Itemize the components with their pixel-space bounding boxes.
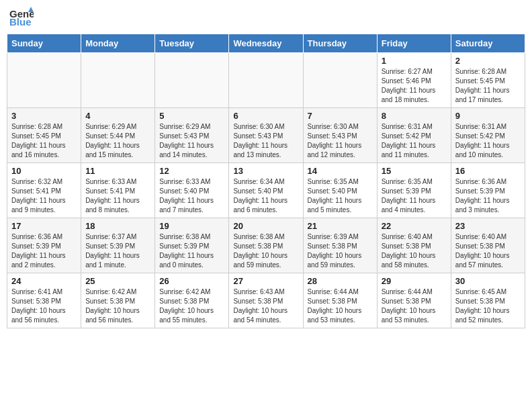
day-info: Sunrise: 6:28 AM Sunset: 5:45 PM Dayligh… (11, 122, 77, 160)
week-row-0: 1Sunrise: 6:27 AM Sunset: 5:46 PM Daylig… (7, 53, 525, 108)
day-info: Sunrise: 6:42 AM Sunset: 5:38 PM Dayligh… (85, 287, 150, 325)
day-info: Sunrise: 6:35 AM Sunset: 5:40 PM Dayligh… (308, 177, 373, 215)
day-header-friday: Friday (377, 34, 451, 53)
day-info: Sunrise: 6:44 AM Sunset: 5:38 PM Dayligh… (308, 287, 373, 325)
day-number: 12 (159, 166, 224, 176)
calendar-cell: 29Sunrise: 6:44 AM Sunset: 5:38 PM Dayli… (377, 273, 451, 328)
calendar-cell (155, 53, 229, 108)
week-row-2: 10Sunrise: 6:32 AM Sunset: 5:41 PM Dayli… (7, 163, 525, 218)
calendar-cell (7, 53, 81, 108)
calendar-cell (229, 53, 303, 108)
day-info: Sunrise: 6:31 AM Sunset: 5:42 PM Dayligh… (455, 122, 521, 160)
day-number: 28 (308, 276, 373, 286)
calendar-cell: 8Sunrise: 6:31 AM Sunset: 5:42 PM Daylig… (377, 108, 451, 163)
day-number: 14 (308, 166, 373, 176)
day-number: 3 (11, 111, 77, 121)
calendar-cell: 28Sunrise: 6:44 AM Sunset: 5:38 PM Dayli… (303, 273, 377, 328)
day-info: Sunrise: 6:38 AM Sunset: 5:38 PM Dayligh… (233, 232, 298, 270)
day-info: Sunrise: 6:41 AM Sunset: 5:38 PM Dayligh… (11, 287, 77, 325)
calendar-cell: 19Sunrise: 6:38 AM Sunset: 5:39 PM Dayli… (155, 218, 229, 273)
day-number: 30 (455, 276, 521, 286)
calendar-cell: 25Sunrise: 6:42 AM Sunset: 5:38 PM Dayli… (81, 273, 155, 328)
day-info: Sunrise: 6:44 AM Sunset: 5:38 PM Dayligh… (382, 287, 447, 325)
calendar-cell: 26Sunrise: 6:42 AM Sunset: 5:38 PM Dayli… (155, 273, 229, 328)
calendar-cell: 22Sunrise: 6:40 AM Sunset: 5:38 PM Dayli… (377, 218, 451, 273)
calendar-cell: 1Sunrise: 6:27 AM Sunset: 5:46 PM Daylig… (377, 53, 451, 108)
day-number: 6 (233, 111, 298, 121)
day-number: 26 (159, 276, 224, 286)
calendar-cell: 4Sunrise: 6:29 AM Sunset: 5:44 PM Daylig… (81, 108, 155, 163)
calendar-cell: 13Sunrise: 6:34 AM Sunset: 5:40 PM Dayli… (229, 163, 303, 218)
logo-icon: General Blue (9, 7, 34, 28)
day-number: 18 (85, 221, 150, 231)
calendar-cell: 11Sunrise: 6:33 AM Sunset: 5:41 PM Dayli… (81, 163, 155, 218)
day-number: 8 (382, 111, 447, 121)
day-info: Sunrise: 6:42 AM Sunset: 5:38 PM Dayligh… (159, 287, 224, 325)
calendar-cell: 23Sunrise: 6:40 AM Sunset: 5:38 PM Dayli… (451, 218, 525, 273)
calendar-cell: 27Sunrise: 6:43 AM Sunset: 5:38 PM Dayli… (229, 273, 303, 328)
day-number: 2 (455, 56, 521, 66)
calendar-cell: 16Sunrise: 6:36 AM Sunset: 5:39 PM Dayli… (451, 163, 525, 218)
svg-text:Blue: Blue (9, 16, 32, 26)
calendar-body: 1Sunrise: 6:27 AM Sunset: 5:46 PM Daylig… (7, 53, 525, 328)
calendar-cell: 10Sunrise: 6:32 AM Sunset: 5:41 PM Dayli… (7, 163, 81, 218)
day-info: Sunrise: 6:31 AM Sunset: 5:42 PM Dayligh… (382, 122, 447, 160)
day-number: 25 (85, 276, 150, 286)
day-number: 22 (382, 221, 447, 231)
day-number: 27 (233, 276, 298, 286)
day-info: Sunrise: 6:34 AM Sunset: 5:40 PM Dayligh… (233, 177, 298, 215)
day-number: 24 (11, 276, 77, 286)
day-number: 4 (85, 111, 150, 121)
day-header-saturday: Saturday (451, 34, 525, 53)
calendar-cell: 2Sunrise: 6:28 AM Sunset: 5:45 PM Daylig… (451, 53, 525, 108)
calendar-cell: 21Sunrise: 6:39 AM Sunset: 5:38 PM Dayli… (303, 218, 377, 273)
calendar-cell: 3Sunrise: 6:28 AM Sunset: 5:45 PM Daylig… (7, 108, 81, 163)
day-header-thursday: Thursday (303, 34, 377, 53)
day-number: 20 (233, 221, 298, 231)
day-info: Sunrise: 6:40 AM Sunset: 5:38 PM Dayligh… (455, 232, 521, 270)
day-info: Sunrise: 6:35 AM Sunset: 5:39 PM Dayligh… (382, 177, 447, 215)
day-number: 1 (382, 56, 447, 66)
day-info: Sunrise: 6:29 AM Sunset: 5:43 PM Dayligh… (159, 122, 224, 160)
day-header-wednesday: Wednesday (229, 34, 303, 53)
calendar-cell: 12Sunrise: 6:33 AM Sunset: 5:40 PM Dayli… (155, 163, 229, 218)
calendar-cell: 20Sunrise: 6:38 AM Sunset: 5:38 PM Dayli… (229, 218, 303, 273)
week-row-1: 3Sunrise: 6:28 AM Sunset: 5:45 PM Daylig… (7, 108, 525, 163)
day-number: 5 (159, 111, 224, 121)
day-info: Sunrise: 6:30 AM Sunset: 5:43 PM Dayligh… (233, 122, 298, 160)
calendar-header-row: SundayMondayTuesdayWednesdayThursdayFrid… (7, 34, 525, 53)
calendar-cell: 17Sunrise: 6:36 AM Sunset: 5:39 PM Dayli… (7, 218, 81, 273)
day-number: 16 (455, 166, 521, 176)
day-header-monday: Monday (81, 34, 155, 53)
day-info: Sunrise: 6:32 AM Sunset: 5:41 PM Dayligh… (11, 177, 77, 215)
day-info: Sunrise: 6:30 AM Sunset: 5:43 PM Dayligh… (308, 122, 373, 160)
calendar-cell: 15Sunrise: 6:35 AM Sunset: 5:39 PM Dayli… (377, 163, 451, 218)
day-number: 23 (455, 221, 521, 231)
calendar-cell: 6Sunrise: 6:30 AM Sunset: 5:43 PM Daylig… (229, 108, 303, 163)
logo: General Blue (9, 7, 34, 28)
day-info: Sunrise: 6:33 AM Sunset: 5:41 PM Dayligh… (85, 177, 150, 215)
calendar-cell: 5Sunrise: 6:29 AM Sunset: 5:43 PM Daylig… (155, 108, 229, 163)
calendar-cell (81, 53, 155, 108)
day-number: 19 (159, 221, 224, 231)
calendar-cell: 18Sunrise: 6:37 AM Sunset: 5:39 PM Dayli… (81, 218, 155, 273)
day-number: 21 (308, 221, 373, 231)
week-row-3: 17Sunrise: 6:36 AM Sunset: 5:39 PM Dayli… (7, 218, 525, 273)
day-info: Sunrise: 6:36 AM Sunset: 5:39 PM Dayligh… (11, 232, 77, 270)
day-number: 29 (382, 276, 447, 286)
day-number: 13 (233, 166, 298, 176)
day-info: Sunrise: 6:37 AM Sunset: 5:39 PM Dayligh… (85, 232, 150, 270)
calendar-cell (303, 53, 377, 108)
calendar-cell: 14Sunrise: 6:35 AM Sunset: 5:40 PM Dayli… (303, 163, 377, 218)
day-info: Sunrise: 6:39 AM Sunset: 5:38 PM Dayligh… (308, 232, 373, 270)
day-number: 7 (308, 111, 373, 121)
day-info: Sunrise: 6:28 AM Sunset: 5:45 PM Dayligh… (455, 67, 521, 105)
day-info: Sunrise: 6:45 AM Sunset: 5:38 PM Dayligh… (455, 287, 521, 325)
day-info: Sunrise: 6:40 AM Sunset: 5:38 PM Dayligh… (382, 232, 447, 270)
calendar-cell: 30Sunrise: 6:45 AM Sunset: 5:38 PM Dayli… (451, 273, 525, 328)
day-number: 10 (11, 166, 77, 176)
calendar-cell: 9Sunrise: 6:31 AM Sunset: 5:42 PM Daylig… (451, 108, 525, 163)
page-header: General Blue (7, 7, 525, 28)
day-info: Sunrise: 6:36 AM Sunset: 5:39 PM Dayligh… (455, 177, 521, 215)
day-info: Sunrise: 6:27 AM Sunset: 5:46 PM Dayligh… (382, 67, 447, 105)
